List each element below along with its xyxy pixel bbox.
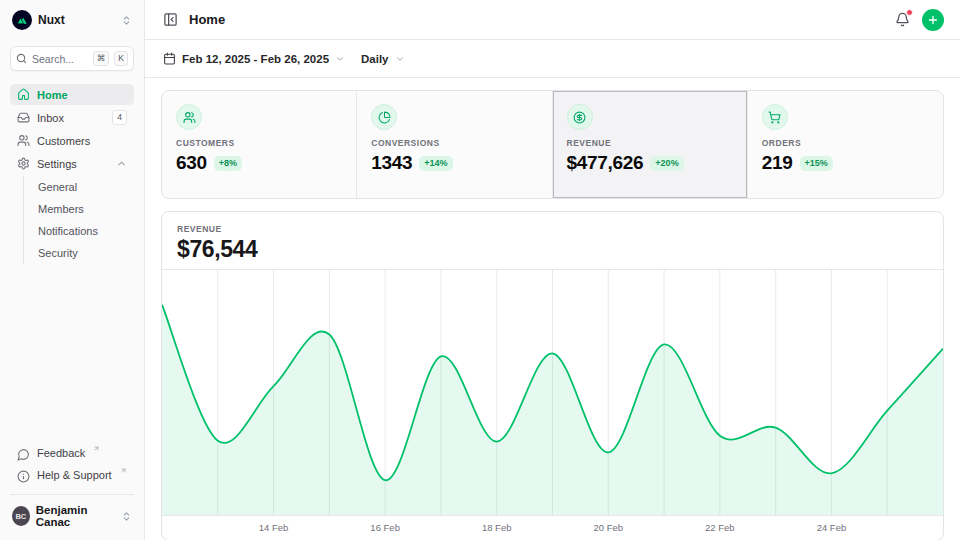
topbar: Home bbox=[145, 0, 960, 40]
stat-value: 630 bbox=[176, 152, 207, 174]
plus-icon bbox=[927, 14, 939, 26]
sidebar-item-security[interactable]: Security bbox=[24, 242, 134, 264]
search-icon bbox=[16, 53, 27, 64]
sidebar-item-home[interactable]: Home bbox=[10, 84, 134, 105]
sidebar: Nuxt ⌘ K Home Inbox 4 bbox=[0, 0, 145, 540]
chart-x-axis: 14 Feb16 Feb18 Feb20 Feb22 Feb24 Feb bbox=[162, 516, 943, 540]
chevron-down-icon bbox=[395, 54, 405, 64]
team-name: Nuxt bbox=[38, 13, 65, 27]
avatar: BC bbox=[12, 506, 30, 526]
stat-revenue[interactable]: REVENUE $477,626 +20% bbox=[553, 91, 748, 198]
feedback-link[interactable]: Feedback bbox=[10, 443, 134, 465]
chevrons-up-down-icon bbox=[121, 511, 132, 522]
message-circle-icon bbox=[17, 448, 30, 461]
chart-total-value: $76,544 bbox=[177, 236, 928, 263]
x-tick-label: 14 Feb bbox=[259, 522, 289, 533]
x-tick-label: 20 Feb bbox=[593, 522, 623, 533]
settings-sub-list: General Members Notifications Security bbox=[23, 176, 134, 264]
stat-label: CONVERSIONS bbox=[371, 138, 537, 148]
search-input-wrap: ⌘ K bbox=[10, 46, 134, 71]
panel-left-close-icon bbox=[163, 12, 178, 27]
users-icon bbox=[17, 134, 30, 147]
add-button[interactable] bbox=[922, 9, 944, 31]
kbd-cmd: ⌘ bbox=[93, 51, 110, 66]
user-name: Benjamin Canac bbox=[36, 504, 115, 528]
notifications-button[interactable] bbox=[893, 10, 912, 29]
feedback-label: Feedback bbox=[37, 447, 85, 459]
x-tick-label: 24 Feb bbox=[817, 522, 847, 533]
period-select[interactable]: Daily bbox=[359, 49, 407, 69]
sidebar-item-general[interactable]: General bbox=[24, 176, 134, 198]
main-area: Home Feb 12, 2025 - Feb 26, 2025 bbox=[145, 0, 960, 540]
sidebar-item-customers[interactable]: Customers bbox=[10, 130, 134, 151]
date-range-picker[interactable]: Feb 12, 2025 - Feb 26, 2025 bbox=[161, 48, 347, 69]
home-icon bbox=[17, 88, 30, 101]
date-range-value: Feb 12, 2025 - Feb 26, 2025 bbox=[182, 53, 329, 65]
stat-orders[interactable]: ORDERS 219 +15% bbox=[748, 91, 943, 198]
notification-dot bbox=[906, 9, 913, 16]
sidebar-item-label: Home bbox=[37, 89, 68, 101]
stat-label: ORDERS bbox=[762, 138, 929, 148]
gear-icon bbox=[17, 157, 30, 170]
sidebar-item-label: Settings bbox=[37, 158, 77, 170]
team-switcher[interactable]: Nuxt bbox=[10, 9, 134, 31]
help-support-label: Help & Support bbox=[37, 469, 112, 481]
chart-pie-icon bbox=[371, 104, 397, 130]
user-menu[interactable]: BC Benjamin Canac bbox=[10, 494, 134, 530]
stat-delta-badge: +14% bbox=[419, 156, 452, 171]
stat-value: 219 bbox=[762, 152, 793, 174]
stat-delta-badge: +20% bbox=[650, 156, 683, 171]
stat-label: CUSTOMERS bbox=[176, 138, 342, 148]
stat-delta-badge: +15% bbox=[800, 156, 833, 171]
inbox-icon bbox=[17, 111, 30, 124]
sidebar-item-members[interactable]: Members bbox=[24, 198, 134, 220]
sidebar-spacer bbox=[10, 264, 134, 443]
x-tick-label: 16 Feb bbox=[370, 522, 400, 533]
stat-delta-badge: +8% bbox=[214, 156, 242, 171]
sidebar-item-label: Customers bbox=[37, 135, 90, 147]
info-icon bbox=[17, 470, 30, 483]
stat-conversions[interactable]: CONVERSIONS 1343 +14% bbox=[357, 91, 552, 198]
topbar-actions bbox=[893, 9, 944, 31]
revenue-chart-header: REVENUE $76,544 bbox=[162, 212, 943, 269]
users-icon bbox=[176, 104, 202, 130]
search-input[interactable] bbox=[32, 53, 88, 65]
inbox-count-badge: 4 bbox=[112, 110, 127, 125]
sidebar-nav: Home Inbox 4 Customers Settings Ge bbox=[10, 84, 134, 264]
sidebar-item-label: Inbox bbox=[37, 112, 64, 124]
filters-toolbar: Feb 12, 2025 - Feb 26, 2025 Daily bbox=[145, 40, 960, 78]
stat-value: 1343 bbox=[371, 152, 412, 174]
revenue-chart-plot[interactable] bbox=[162, 269, 943, 516]
chevron-up-icon bbox=[116, 158, 127, 169]
chart-title: REVENUE bbox=[177, 224, 928, 234]
stat-customers[interactable]: CUSTOMERS 630 +8% bbox=[162, 91, 357, 198]
x-tick-label: 18 Feb bbox=[482, 522, 512, 533]
help-support-link[interactable]: Help & Support bbox=[10, 465, 134, 487]
x-tick-label: 22 Feb bbox=[705, 522, 735, 533]
period-value: Daily bbox=[361, 53, 389, 65]
stats-row: CUSTOMERS 630 +8% CONVERSIONS 1343 +14% bbox=[161, 90, 944, 199]
stat-label: REVENUE bbox=[567, 138, 733, 148]
sidebar-item-settings[interactable]: Settings bbox=[10, 153, 134, 174]
stat-value: $477,626 bbox=[567, 152, 644, 174]
chevrons-up-down-icon bbox=[121, 15, 132, 26]
sidebar-item-inbox[interactable]: Inbox 4 bbox=[10, 107, 134, 128]
revenue-chart-card: REVENUE $76,544 14 Feb16 Feb18 Feb20 Feb… bbox=[161, 211, 944, 540]
kbd-k: K bbox=[114, 51, 128, 66]
page-title: Home bbox=[189, 12, 225, 27]
external-link-icon bbox=[93, 445, 100, 452]
sidebar-collapse-button[interactable] bbox=[161, 10, 180, 29]
nuxt-logo-icon bbox=[12, 10, 32, 30]
cart-icon bbox=[762, 104, 788, 130]
revenue-area-chart bbox=[162, 270, 943, 515]
external-link-icon bbox=[120, 467, 127, 474]
chevron-down-icon bbox=[335, 54, 345, 64]
home-content: CUSTOMERS 630 +8% CONVERSIONS 1343 +14% bbox=[145, 78, 960, 540]
calendar-icon bbox=[163, 52, 176, 65]
dollar-icon bbox=[567, 104, 593, 130]
sidebar-item-notifications[interactable]: Notifications bbox=[24, 220, 134, 242]
